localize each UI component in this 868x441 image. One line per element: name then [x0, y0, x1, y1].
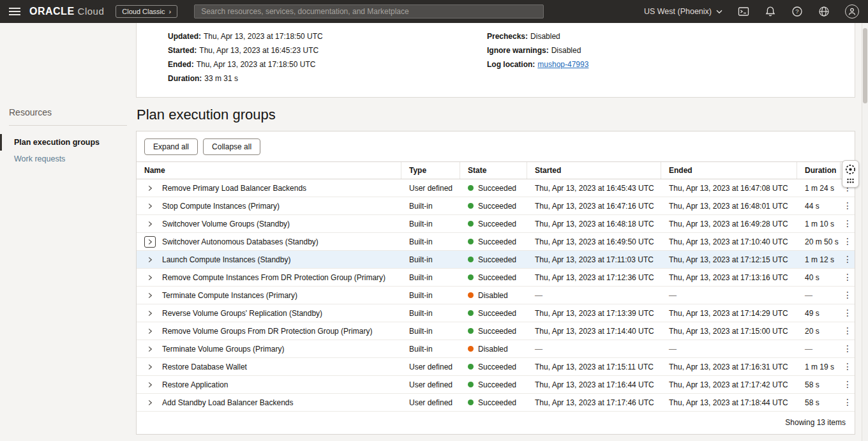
- expand-chevron-button[interactable]: [144, 343, 156, 355]
- row-state: Succeeded: [460, 202, 527, 211]
- search-input[interactable]: [194, 4, 544, 19]
- chevron-right-icon: ›: [169, 8, 172, 15]
- table-row[interactable]: Remove Compute Instances From DR Protect…: [137, 269, 855, 287]
- page-title: Plan execution groups: [137, 107, 276, 123]
- sidebar-items: Plan execution groups Work requests: [0, 134, 136, 167]
- state-dot-icon: [468, 274, 474, 280]
- row-started: —: [527, 345, 661, 354]
- state-dot-icon: [468, 221, 474, 227]
- table-row[interactable]: Terminate Volume Groups (Primary) Built-…: [137, 340, 855, 358]
- collapse-all-button[interactable]: Collapse all: [203, 138, 260, 155]
- row-state: Disabled: [460, 291, 527, 300]
- expand-chevron-button[interactable]: [144, 254, 156, 265]
- row-started: Thu, Apr 13, 2023 at 16:49:50 UTC: [527, 237, 661, 246]
- row-name: Restore Application: [162, 380, 228, 389]
- sidebar-item-plan-execution-groups[interactable]: Plan execution groups: [0, 134, 136, 151]
- cloud-classic-button[interactable]: Cloud Classic›: [116, 5, 177, 18]
- table-row[interactable]: Switchover Autonomous Databases (Standby…: [137, 233, 855, 251]
- notifications-bell-icon[interactable]: [765, 6, 776, 17]
- expand-chevron-button[interactable]: [144, 236, 156, 248]
- detail-value: 33 m 31 s: [204, 74, 238, 83]
- row-actions-menu-button[interactable]: ⋮: [843, 380, 852, 389]
- row-actions-menu-button[interactable]: ⋮: [843, 255, 852, 264]
- overlay-widget[interactable]: [842, 160, 859, 188]
- chevron-right-icon: [147, 364, 153, 370]
- expand-chevron-button[interactable]: [144, 218, 156, 230]
- row-name: Add Standby Load Balancer Backends: [162, 398, 293, 407]
- row-actions-menu-button[interactable]: ⋮: [843, 219, 852, 228]
- row-actions-menu-button[interactable]: ⋮: [843, 290, 852, 300]
- row-duration: 20 m 50 s: [797, 237, 841, 246]
- chevron-right-icon: [147, 239, 153, 245]
- expand-chevron-button[interactable]: [144, 308, 156, 319]
- region-label: US West (Phoenix): [644, 7, 712, 16]
- row-started: —: [527, 291, 661, 300]
- expand-chevron-button[interactable]: [144, 290, 156, 301]
- expand-chevron-button[interactable]: [144, 272, 156, 283]
- row-type: User defined: [401, 363, 460, 371]
- row-type: Built-in: [401, 202, 460, 211]
- row-actions-menu-button[interactable]: ⋮: [843, 398, 852, 407]
- row-started: Thu, Apr 13, 2023 at 16:45:43 UTC: [527, 184, 661, 193]
- resources-sidebar: Resources Plan execution groups Work req…: [0, 107, 136, 167]
- divider: [9, 125, 127, 126]
- region-selector[interactable]: US West (Phoenix): [644, 7, 722, 16]
- row-actions-menu-button[interactable]: ⋮: [843, 201, 852, 211]
- expand-chevron-button[interactable]: [144, 325, 156, 337]
- row-ended: Thu, Apr 13, 2023 at 17:16:31 UTC: [661, 363, 797, 371]
- table-row[interactable]: Restore Application User defined Succeed…: [137, 376, 855, 394]
- row-ended: Thu, Apr 13, 2023 at 17:13:16 UTC: [661, 273, 797, 282]
- row-type: User defined: [401, 380, 460, 389]
- detail-label: Ended:: [168, 60, 194, 69]
- vertical-scrollbar[interactable]: [862, 23, 868, 441]
- log-location-link[interactable]: mushop-47993: [537, 60, 588, 69]
- row-type: Built-in: [401, 327, 460, 336]
- row-actions-menu-button[interactable]: ⋮: [843, 308, 852, 318]
- sidebar-item-work-requests[interactable]: Work requests: [0, 151, 136, 167]
- row-duration: 49 s: [797, 309, 841, 318]
- expand-chevron-button[interactable]: [144, 397, 156, 408]
- chevron-down-icon: [716, 10, 722, 14]
- expand-chevron-button[interactable]: [144, 200, 156, 212]
- row-state: Succeeded: [460, 220, 527, 228]
- table-row[interactable]: Remove Volume Groups From DR Protection …: [137, 322, 855, 340]
- row-actions-menu-button[interactable]: ⋮: [843, 362, 852, 371]
- table-row[interactable]: Launch Compute Instances (Standby) Built…: [137, 251, 855, 269]
- detail-field: Ended:Thu, Apr 13, 2023 at 17:18:50 UTC: [168, 57, 323, 71]
- table-row[interactable]: Add Standby Load Balancer Backends User …: [137, 394, 855, 412]
- row-actions-menu-button[interactable]: ⋮: [843, 326, 852, 336]
- table-toolbar: Expand all Collapse all: [137, 131, 855, 161]
- expand-chevron-button[interactable]: [144, 379, 156, 391]
- scrollbar-thumb[interactable]: [863, 28, 867, 103]
- row-state: Succeeded: [460, 184, 527, 193]
- table-row[interactable]: Reverse Volume Groups' Replication (Stan…: [137, 304, 855, 322]
- row-name: Launch Compute Instances (Standby): [162, 255, 290, 264]
- table-row[interactable]: Stop Compute Instances (Primary) Built-i…: [137, 197, 855, 215]
- globe-language-icon[interactable]: [818, 6, 830, 17]
- row-ended: —: [661, 291, 797, 300]
- table-row[interactable]: Switchover Volume Groups (Standby) Built…: [137, 215, 855, 233]
- chevron-right-icon: [147, 203, 153, 209]
- row-started: Thu, Apr 13, 2023 at 17:15:11 UTC: [527, 363, 661, 371]
- expand-all-button[interactable]: Expand all: [144, 138, 198, 155]
- user-avatar[interactable]: [845, 4, 859, 19]
- row-actions-menu-button[interactable]: ⋮: [843, 344, 852, 354]
- cloud-shell-icon[interactable]: [738, 6, 749, 17]
- table-row[interactable]: Restore Database Wallet User defined Suc…: [137, 358, 855, 376]
- expand-chevron-button[interactable]: [144, 361, 156, 373]
- table-row[interactable]: Remove Primary Load Balancer Backends Us…: [137, 179, 855, 197]
- row-actions-menu-button[interactable]: ⋮: [843, 273, 852, 282]
- state-label: Succeeded: [478, 327, 516, 336]
- table-row[interactable]: Terminate Compute Instances (Primary) Bu…: [137, 287, 855, 304]
- row-duration: 44 s: [797, 202, 841, 211]
- state-dot-icon: [468, 400, 474, 405]
- hamburger-menu-icon[interactable]: [9, 8, 20, 15]
- state-dot-icon: [468, 257, 474, 262]
- chevron-right-icon: [147, 400, 153, 406]
- row-ended: —: [661, 345, 797, 354]
- row-duration: 58 s: [797, 380, 841, 389]
- expand-chevron-button[interactable]: [144, 183, 156, 194]
- help-icon[interactable]: ?: [791, 6, 803, 17]
- row-actions-menu-button[interactable]: ⋮: [843, 237, 852, 246]
- chevron-right-icon: [147, 257, 153, 263]
